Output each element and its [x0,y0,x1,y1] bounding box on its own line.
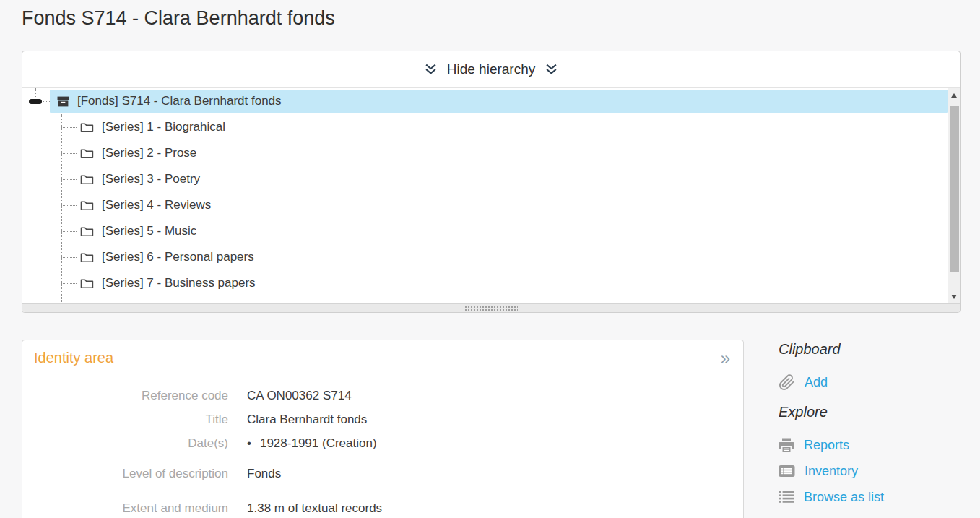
tree-row-label: [Series] 7 - Business papers [102,276,256,290]
card-list-icon [779,465,795,478]
chevron-double-right-icon[interactable]: » [721,351,730,366]
scroll-down-button[interactable] [948,289,960,303]
tree-row-series-3[interactable]: [Series] 3 - Poetry [22,166,948,192]
scroll-up-button[interactable] [948,88,960,103]
folder-icon [80,278,94,289]
page-title: Fonds S714 - Clara Bernhardt fonds [22,7,335,30]
identity-area-card: Identity area » Reference code CA ON0036… [22,340,744,518]
tree-scrollbar[interactable] [948,88,960,303]
tree-row-label: [Series] 2 - Prose [102,146,196,160]
clipboard-heading: Clipboard [779,341,974,358]
tree-row-label: [Fonds] S714 - Clara Bernhardt fonds [77,94,282,108]
field-value: 1928-1991 (Creation) [247,436,377,451]
tree-row-fonds[interactable]: [Fonds] S714 - Clara Bernhardt fonds [22,88,948,114]
printer-icon [779,438,794,452]
tree-row-series-7[interactable]: [Series] 7 - Business papers [22,270,948,296]
field-row-dates: Date(s) 1928-1991 (Creation) [22,431,743,455]
section-title: Identity area [34,350,113,366]
field-row-title: Title Clara Bernhardt fonds [22,407,743,431]
folder-icon [80,148,94,159]
tree-row-label: [Series] 1 - Biograhical [102,120,225,134]
hide-hierarchy-label: Hide hierarchy [447,61,536,77]
folder-icon [80,122,94,133]
tree-row-series-4[interactable]: [Series] 4 - Reviews [22,192,948,218]
explore-heading: Explore [779,404,974,420]
browse-as-list-link[interactable]: Browse as list [779,484,974,510]
list-icon [779,491,794,504]
field-label: Reference code [22,388,228,403]
tree-row-series-8-partial[interactable]: [Series] 8 - Publications [22,296,948,303]
folder-icon [80,174,94,185]
identity-area-body: Reference code CA ON00362 S714 Title Cla… [22,376,743,518]
clipboard-add-link[interactable]: Add [779,369,974,395]
tree-row-series-2[interactable]: [Series] 2 - Prose [22,140,948,166]
tree-list: [Fonds] S714 - Clara Bernhardt fonds [Se… [22,88,948,303]
field-row-level-of-description: Level of description Fonds [22,462,743,485]
chevron-double-down-icon [545,63,558,75]
field-value: Fonds [247,466,281,481]
field-value: 1.38 m of textual records [247,501,382,516]
context-sidebar: Clipboard Add Explore Reports Inventory [779,340,974,510]
reports-link[interactable]: Reports [779,432,974,458]
link-label: Reports [804,438,849,453]
triangle-up-icon [951,93,957,98]
label-value-divider [240,376,240,518]
folder-icon [80,226,94,237]
paperclip-icon [779,374,795,391]
field-value: CA ON00362 S714 [247,388,352,403]
identity-area-header: Identity area » [22,340,743,376]
chevron-double-down-icon [425,63,437,75]
page: { "colors": { "accent_orange": "#f0a23c"… [0,0,980,518]
tree-row-series-6[interactable]: [Series] 6 - Personal papers [22,244,948,270]
triangle-down-icon [951,295,957,299]
tree-row-label: [Series] 4 - Reviews [102,198,211,212]
inventory-link[interactable]: Inventory [779,458,974,484]
hierarchy-panel: Hide hierarchy [Fonds] S714 - Clara Bern [22,51,961,313]
link-label: Browse as list [804,490,884,505]
field-label: Extent and medium [22,501,228,516]
tree-resize-handle[interactable] [22,303,960,312]
field-row-reference-code: Reference code CA ON00362 S714 [22,384,743,407]
link-label: Inventory [805,464,858,479]
archive-box-icon [57,95,69,108]
tree-row-fonds-selection[interactable]: [Fonds] S714 - Clara Bernhardt fonds [50,90,948,113]
tree-row-series-5[interactable]: [Series] 5 - Music [22,218,948,244]
folder-icon [80,200,94,211]
link-label: Add [805,375,828,390]
hierarchy-tree: [Fonds] S714 - Clara Bernhardt fonds [Se… [22,87,960,303]
tree-row-label: [Series] 5 - Music [102,224,196,238]
tree-row-series-1[interactable]: [Series] 1 - Biograhical [22,114,948,140]
field-label: Title [22,412,228,427]
hide-hierarchy-toggle[interactable]: Hide hierarchy [22,51,960,87]
tree-row-label: [Series] 3 - Poetry [102,172,200,186]
tree-row-label: [Series] 6 - Personal papers [102,250,254,264]
field-value: Clara Bernhardt fonds [247,412,367,427]
field-row-extent-and-medium: Extent and medium 1.38 m of textual reco… [22,496,743,518]
field-label: Level of description [22,466,228,481]
grip-dots-icon [464,306,518,311]
field-label: Date(s) [22,436,228,451]
scrollbar-thumb[interactable] [950,106,959,272]
folder-icon [80,252,94,263]
